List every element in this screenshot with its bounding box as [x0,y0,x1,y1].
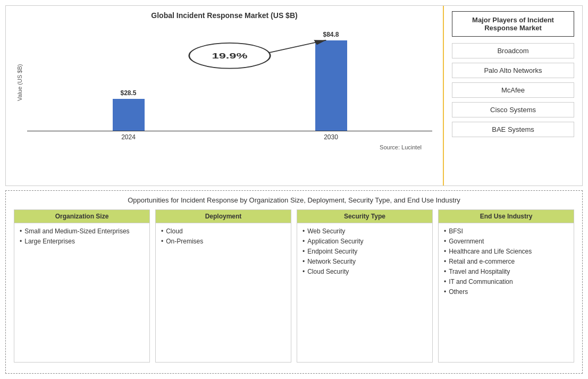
end-item-it: •IT and Communication [444,278,568,285]
category-body-end-use: •BFSI •Government •Healthcare and Life S… [439,223,574,362]
chart-title: Global Incident Response Market (US $B) [151,11,297,20]
player-cisco: Cisco Systems [452,102,574,117]
chart-content: 19.9% $28.5 $84.8 [27,24,432,141]
player-broadcom: Broadcom [452,43,574,58]
chart-area: Global Incident Response Market (US $B) … [6,6,444,186]
main-container: Global Incident Response Market (US $B) … [0,0,588,379]
bar-2024 [113,99,145,131]
y-axis-label: Value (US $B) [16,24,23,141]
player-palo-alto: Palo Alto Networks [452,63,574,78]
sec-item-network: •Network Security [303,258,427,265]
category-deployment: Deployment •Cloud •On-Premises [155,209,291,363]
chart-wrapper: Value (US $B) [16,24,432,141]
bars-container: 19.9% $28.5 $84.8 [27,24,432,131]
x-label-2024: 2024 [27,133,230,141]
deploy-item-cloud: •Cloud [161,228,285,235]
bar-group-2024: $28.5 [27,24,230,131]
categories-row: Organization Size •Small and Medium-Size… [14,209,574,363]
org-item-large: •Large Enterprises [20,238,144,245]
category-header-end-use: End Use Industry [439,210,574,223]
end-item-others: •Others [444,288,568,296]
source-text: Source: Lucintel [16,144,432,150]
bottom-section: Opportunities for Incident Response by O… [5,190,583,374]
bar-group-2030: $84.8 [230,24,432,131]
player-mcafee: McAfee [452,82,574,98]
deploy-item-onprem: •On-Premises [161,238,285,245]
x-label-2030: 2030 [230,133,432,141]
category-security-type: Security Type •Web Security •Application… [297,209,433,363]
end-item-travel: •Travel and Hospitality [444,268,568,275]
right-panel: Major Players of Incident Response Marke… [444,6,582,186]
end-item-retail: •Retail and e-commerce [444,258,568,265]
category-org-size: Organization Size •Small and Medium-Size… [14,209,150,363]
sec-item-endpoint: •Endpoint Security [303,248,427,255]
end-item-health: •Healthcare and Life Sciences [444,248,568,255]
player-bae: BAE Systems [452,122,574,137]
sec-item-cloud: •Cloud Security [303,268,427,275]
sec-item-web: •Web Security [303,228,427,235]
bar-value-2030: $84.8 [323,31,339,38]
category-end-use: End Use Industry •BFSI •Government •Heal… [438,209,574,363]
category-body-org-size: •Small and Medium-Sized Enterprises •Lar… [14,223,149,362]
end-item-gov: •Government [444,238,568,245]
org-item-sme: •Small and Medium-Sized Enterprises [20,228,144,235]
end-item-bfsi: •BFSI [444,228,568,235]
players-title: Major Players of Incident Response Marke… [452,11,574,37]
category-header-org-size: Organization Size [14,210,149,223]
bar-2030 [315,40,347,131]
bottom-title: Opportunities for Incident Response by O… [14,196,574,204]
bar-value-2024: $28.5 [120,89,136,97]
category-header-deployment: Deployment [156,210,291,223]
category-body-security: •Web Security •Application Security •End… [297,223,432,362]
top-section: Global Incident Response Market (US $B) … [5,5,583,186]
x-labels: 2024 2030 [27,131,432,141]
category-header-security: Security Type [297,210,432,223]
sec-item-app: •Application Security [303,238,427,245]
category-body-deployment: •Cloud •On-Premises [156,223,291,362]
